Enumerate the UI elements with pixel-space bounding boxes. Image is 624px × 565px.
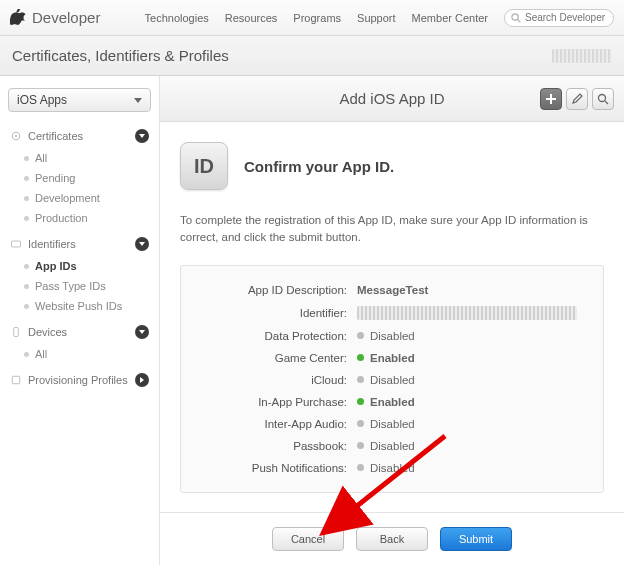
- sidebar-item-pending[interactable]: Pending: [0, 168, 159, 188]
- device-icon: [10, 326, 22, 338]
- plus-icon: [545, 93, 557, 105]
- sidebar-item-devices-all[interactable]: All: [0, 344, 159, 364]
- back-button[interactable]: Back: [356, 527, 428, 551]
- platform-selector[interactable]: iOS Apps: [8, 88, 151, 112]
- svg-line-1: [518, 19, 521, 22]
- title-bar: Certificates, Identifiers & Profiles: [0, 36, 624, 76]
- top-nav-links: Technologies Resources Programs Support …: [145, 12, 488, 24]
- row-identifier: Identifier:: [197, 306, 587, 320]
- status-dot-disabled-icon: [357, 332, 364, 339]
- sidebar-item-app-ids[interactable]: App IDs: [0, 256, 159, 276]
- row-app-id-description: App ID Description: MessageTest: [197, 284, 587, 296]
- svg-rect-4: [12, 241, 21, 247]
- apple-logo-icon: [10, 9, 26, 27]
- sidebar: iOS Apps Certificates All Pending Develo…: [0, 76, 160, 565]
- status-dot-disabled-icon: [357, 442, 364, 449]
- identifier-redacted: [357, 306, 577, 320]
- chevron-right-icon: [135, 373, 149, 387]
- nav-link-programs[interactable]: Programs: [293, 12, 341, 24]
- main-tools: [540, 88, 614, 110]
- nav-link-resources[interactable]: Resources: [225, 12, 278, 24]
- gear-icon: [10, 130, 22, 142]
- svg-point-0: [512, 13, 518, 19]
- status-dot-enabled-icon: [357, 398, 364, 405]
- hero: ID Confirm your App ID.: [180, 142, 604, 190]
- search-icon: [597, 93, 609, 105]
- brand-label: Developer: [32, 9, 100, 26]
- svg-point-7: [599, 94, 606, 101]
- platform-selector-label: iOS Apps: [17, 93, 67, 107]
- row-passbook: Passbook: Disabled: [197, 440, 587, 452]
- submit-button[interactable]: Submit: [440, 527, 512, 551]
- account-name-redacted[interactable]: [552, 49, 612, 63]
- pencil-icon: [571, 93, 583, 105]
- nav-header-provisioning[interactable]: Provisioning Profiles: [0, 368, 159, 392]
- search-icon: [511, 13, 521, 23]
- profile-icon: [10, 374, 22, 386]
- nav-group-provisioning: Provisioning Profiles: [0, 366, 159, 394]
- search-tool-button[interactable]: [592, 88, 614, 110]
- footer-buttons: Cancel Back Submit: [160, 512, 624, 565]
- instruction-text: To complete the registration of this App…: [180, 212, 604, 247]
- nav-header-devices[interactable]: Devices: [0, 320, 159, 344]
- search-wrap[interactable]: [504, 9, 614, 27]
- nav-link-support[interactable]: Support: [357, 12, 396, 24]
- nav-link-member-center[interactable]: Member Center: [412, 12, 488, 24]
- edit-button[interactable]: [566, 88, 588, 110]
- row-in-app-purchase: In-App Purchase: Enabled: [197, 396, 587, 408]
- svg-line-8: [605, 101, 608, 104]
- sidebar-item-development[interactable]: Development: [0, 188, 159, 208]
- row-game-center: Game Center: Enabled: [197, 352, 587, 364]
- main-content: ID Confirm your App ID. To complete the …: [160, 122, 624, 512]
- nav-group-identifiers: Identifiers App IDs Pass Type IDs Websit…: [0, 230, 159, 318]
- nav-header-certificates[interactable]: Certificates: [0, 124, 159, 148]
- id-icon: [10, 238, 22, 250]
- sidebar-item-production[interactable]: Production: [0, 208, 159, 228]
- nav-link-technologies[interactable]: Technologies: [145, 12, 209, 24]
- status-dot-enabled-icon: [357, 354, 364, 361]
- cancel-button[interactable]: Cancel: [272, 527, 344, 551]
- svg-rect-5: [14, 328, 19, 337]
- add-button[interactable]: [540, 88, 562, 110]
- row-data-protection: Data Protection: Disabled: [197, 330, 587, 342]
- search-input[interactable]: [521, 12, 607, 23]
- confirmation-card: App ID Description: MessageTest Identifi…: [180, 265, 604, 493]
- sidebar-item-website-push-ids[interactable]: Website Push IDs: [0, 296, 159, 316]
- main-heading: Add iOS App ID: [339, 90, 444, 107]
- chevron-down-icon: [135, 237, 149, 251]
- main-panel: Add iOS App ID ID Confirm your App ID. T…: [160, 76, 624, 565]
- hero-title: Confirm your App ID.: [244, 158, 394, 175]
- nav-header-identifiers[interactable]: Identifiers: [0, 232, 159, 256]
- sidebar-item-pass-type-ids[interactable]: Pass Type IDs: [0, 276, 159, 296]
- nav-group-devices: Devices All: [0, 318, 159, 366]
- row-push-notifications: Push Notifications: Disabled: [197, 462, 587, 474]
- caret-down-icon: [134, 98, 142, 103]
- row-inter-app-audio: Inter-App Audio: Disabled: [197, 418, 587, 430]
- chevron-down-icon: [135, 129, 149, 143]
- main-header: Add iOS App ID: [160, 76, 624, 122]
- svg-point-3: [15, 135, 17, 137]
- id-badge-icon: ID: [180, 142, 228, 190]
- svg-rect-6: [12, 376, 20, 384]
- row-icloud: iCloud: Disabled: [197, 374, 587, 386]
- page-title: Certificates, Identifiers & Profiles: [12, 47, 229, 64]
- top-nav: Developer Technologies Resources Program…: [0, 0, 624, 36]
- chevron-down-icon: [135, 325, 149, 339]
- status-dot-disabled-icon: [357, 464, 364, 471]
- status-dot-disabled-icon: [357, 376, 364, 383]
- status-dot-disabled-icon: [357, 420, 364, 427]
- nav-group-certificates: Certificates All Pending Development Pro…: [0, 122, 159, 230]
- sidebar-item-all[interactable]: All: [0, 148, 159, 168]
